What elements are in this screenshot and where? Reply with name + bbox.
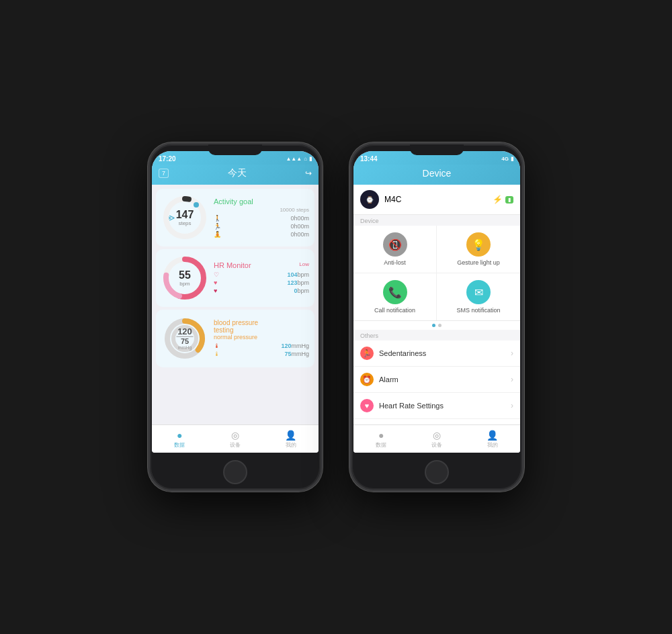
activity-row-sit: 🧘0h00m bbox=[214, 230, 309, 238]
nav-data[interactable]: ● 数据 bbox=[152, 430, 208, 449]
hr-info: HR Monitor Low ♡ 104bpm ♥ 123bpm ♥ 0bpm bbox=[214, 261, 309, 295]
grid-gesture-light[interactable]: 💡 Gesture light up bbox=[437, 226, 520, 273]
bp-title1: blood pressure bbox=[214, 319, 309, 326]
status-icons-2: 4G ▮ bbox=[501, 156, 513, 162]
bp-row-1: 🌡 120mmHg bbox=[214, 342, 309, 350]
nav-device-2[interactable]: ◎ 设备 bbox=[409, 430, 465, 449]
bp-row-2: 🌡 75mmHg bbox=[214, 350, 309, 358]
nav-data-label: 数据 bbox=[174, 441, 185, 449]
device-section-label: Device bbox=[353, 215, 520, 226]
nav-profile[interactable]: 👤 我的 bbox=[263, 430, 319, 449]
device-header: Device bbox=[353, 165, 520, 185]
bottom-nav-1: ● 数据 ◎ 设备 👤 我的 bbox=[152, 424, 319, 453]
activity-card[interactable]: ≫ 147 steps Activity bbox=[156, 189, 314, 246]
device-header-title: Device bbox=[423, 168, 452, 179]
sedentariness-label: Sedentariness bbox=[379, 349, 505, 357]
nav-profile-icon: 👤 bbox=[285, 430, 296, 441]
page-dots bbox=[353, 321, 520, 330]
battery-icon-2: ▮ bbox=[511, 156, 513, 162]
vol-down-button bbox=[148, 225, 149, 245]
home-button-1[interactable] bbox=[223, 460, 247, 484]
share-icon[interactable]: ↪ bbox=[305, 169, 312, 178]
device-name: M4C bbox=[384, 195, 401, 204]
device-info-row: ⌚ M4C ⚡ ▮ bbox=[353, 185, 520, 215]
signal-icon: ▲▲▲ bbox=[286, 156, 302, 162]
sms-label: SMS notification bbox=[456, 307, 500, 314]
hr-unit: bpm bbox=[179, 281, 191, 287]
scroll-area-1: ≫ 147 steps Activity bbox=[152, 185, 319, 453]
heart-rate-icon: ♥ bbox=[360, 399, 374, 412]
nav-device-label-2: 设备 bbox=[431, 441, 442, 449]
arrow-heart-rate: › bbox=[511, 401, 513, 410]
phone1-screen: 17:20 ▲▲▲ ⌂ ▮ 7 今天 ↪ ≫ bbox=[152, 151, 319, 453]
dot-1 bbox=[432, 324, 435, 327]
anti-lost-icon: 📵 bbox=[383, 232, 407, 257]
nav-profile-label: 我的 bbox=[286, 441, 296, 449]
bp-title2: testing bbox=[214, 326, 309, 334]
sms-icon: ✉ bbox=[466, 280, 491, 304]
dot-2 bbox=[438, 324, 442, 327]
bluetooth-icon: ⚡ bbox=[493, 195, 503, 204]
grid-call-notif[interactable]: 📞 Call notification bbox=[353, 273, 437, 320]
device-grid: 📵 Anti-lost 💡 Gesture light up 📞 Call no… bbox=[353, 226, 520, 321]
bp-sys: 120 bbox=[177, 327, 194, 336]
bp-info: blood pressure testing normal pressure 🌡… bbox=[214, 319, 309, 358]
hr-row-2: ♥ 123bpm bbox=[214, 279, 309, 287]
power-button-2 bbox=[523, 212, 524, 245]
list-heart-rate[interactable]: ♥ Heart Rate Settings › bbox=[353, 393, 520, 419]
anti-lost-label: Anti-lost bbox=[384, 259, 406, 266]
vol-up-button-2 bbox=[349, 198, 351, 218]
battery-level: ▮ bbox=[505, 196, 513, 203]
activity-ring: 147 steps bbox=[161, 194, 208, 241]
gesture-label: Gesture light up bbox=[457, 259, 500, 266]
call-icon: 📞 bbox=[383, 280, 407, 304]
nav-device[interactable]: ◎ 设备 bbox=[208, 430, 263, 449]
grid-sms-notif[interactable]: ✉ SMS notification bbox=[437, 273, 520, 320]
call-label: Call notification bbox=[374, 307, 415, 314]
nav-profile-2[interactable]: 👤 我的 bbox=[464, 430, 520, 449]
status-icons-1: ▲▲▲ ⌂ ▮ bbox=[286, 156, 312, 162]
nav-profile-icon-2: 👤 bbox=[487, 430, 498, 441]
vol-up-button bbox=[148, 198, 149, 218]
status-bar-2: 13:44 4G ▮ bbox=[353, 151, 520, 165]
hr-row-3: ♥ 0bpm bbox=[214, 287, 309, 295]
device-left: ⌚ M4C bbox=[360, 190, 401, 209]
power-button bbox=[321, 212, 323, 245]
hr-ring: ♥ 55 bpm bbox=[161, 255, 208, 302]
bp-dia: 75 bbox=[177, 338, 194, 345]
bp-card[interactable]: 120 75 mmHg blood pressure testing norma… bbox=[156, 310, 314, 367]
arrow-sedentariness: › bbox=[511, 349, 513, 358]
list-alarm[interactable]: ⏰ Alarm › bbox=[353, 367, 520, 393]
battery-icon: ▮ bbox=[309, 156, 312, 162]
nav-profile-label-2: 我的 bbox=[487, 441, 498, 449]
status-bar-1: 17:20 ▲▲▲ ⌂ ▮ bbox=[152, 151, 319, 165]
bottom-nav-2: ● 数据 ◎ 设备 👤 我的 bbox=[353, 424, 520, 453]
nav-data-2[interactable]: ● 数据 bbox=[353, 430, 409, 449]
steps-goal: 10000 steps bbox=[214, 207, 309, 213]
list-sedentariness[interactable]: 🏃 Sedentariness › bbox=[353, 341, 520, 367]
activity-row-run: 🏃0h00m bbox=[214, 222, 309, 230]
wifi-icon: ⌂ bbox=[304, 156, 307, 162]
gesture-icon: 💡 bbox=[466, 232, 491, 257]
time-1: 17:20 bbox=[159, 155, 176, 163]
hr-value: 55 bbox=[179, 269, 191, 281]
others-label: Others bbox=[353, 330, 520, 341]
hr-row-1: ♡ 104bpm bbox=[214, 271, 309, 279]
nav-device-label: 设备 bbox=[230, 441, 241, 449]
nav-data-icon-2: ● bbox=[378, 430, 384, 441]
home-button-2[interactable] bbox=[425, 460, 449, 484]
device-right: ⚡ ▮ bbox=[493, 195, 513, 204]
calendar-icon[interactable]: 7 bbox=[159, 169, 169, 178]
signal-4g-icon: 4G bbox=[501, 156, 509, 162]
hr-title: HR Monitor bbox=[214, 261, 251, 269]
bp-ring: 120 75 mmHg bbox=[161, 315, 208, 362]
steps-value: 147 bbox=[176, 209, 194, 221]
bp-status: normal pressure bbox=[214, 334, 309, 341]
grid-anti-lost[interactable]: 📵 Anti-lost bbox=[353, 226, 437, 273]
svg-point-2 bbox=[194, 202, 199, 208]
vol-down-button-2 bbox=[349, 225, 351, 245]
nav-data-label-2: 数据 bbox=[376, 441, 386, 449]
phone2-screen: 13:44 4G ▮ Device ⌚ M4C ⚡ ▮ bbox=[353, 151, 520, 453]
bp-unit: mmHg bbox=[177, 345, 194, 351]
hr-card[interactable]: ♥ 55 bpm HR Monitor Low ♡ 104bpm bbox=[156, 249, 314, 307]
